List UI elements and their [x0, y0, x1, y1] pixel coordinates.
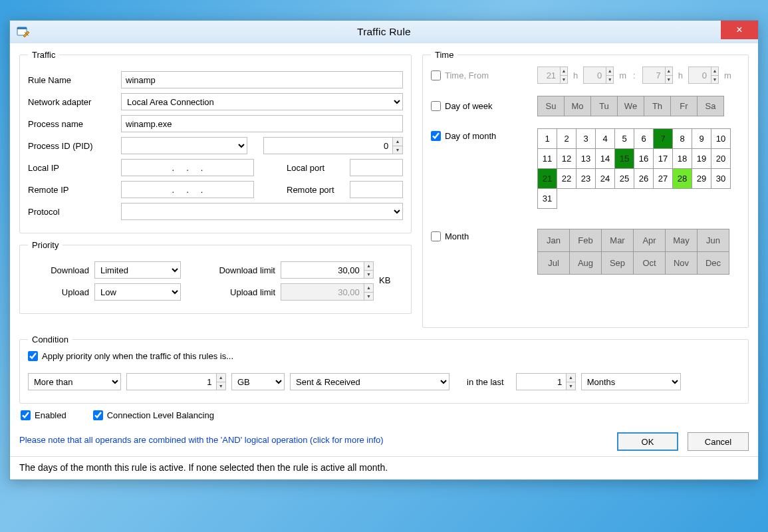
month-cell[interactable]: Feb	[570, 229, 602, 252]
dom-cell[interactable]: 7	[654, 129, 673, 149]
download-select[interactable]: Limited	[94, 261, 181, 279]
month-cell[interactable]: Jul	[538, 252, 570, 275]
dom-cell[interactable]: 18	[673, 149, 692, 169]
pid-value-input[interactable]	[264, 138, 392, 154]
spin-down-icon[interactable]: ▼	[364, 271, 373, 279]
process-name-input[interactable]	[121, 115, 403, 132]
dom-cell[interactable]: 27	[654, 169, 673, 189]
dom-cell[interactable]: 3	[576, 129, 596, 149]
period-amount-input[interactable]	[517, 374, 567, 390]
dom-cell[interactable]: 12	[557, 149, 576, 169]
dom-cell[interactable]: 25	[615, 169, 634, 189]
titlebar[interactable]: Traffic Rule ×	[10, 21, 758, 43]
local-ip-input[interactable]	[121, 159, 254, 176]
dom-cell[interactable]: 14	[596, 149, 615, 169]
dom-cell[interactable]: 17	[654, 149, 673, 169]
dom-cell[interactable]: 31	[538, 189, 557, 209]
network-adapter-select[interactable]: Local Area Connection	[121, 93, 403, 110]
month-cell[interactable]: Oct	[634, 252, 666, 275]
dom-cell[interactable]: 1	[538, 129, 557, 149]
dom-cell[interactable]: 15	[615, 149, 634, 169]
enabled-check-input[interactable]	[21, 410, 31, 420]
upload-limit-input[interactable]	[281, 284, 364, 300]
dom-cell[interactable]: 6	[634, 129, 654, 149]
dow-cell[interactable]: Fr	[671, 96, 698, 116]
dow-cell[interactable]: Tu	[591, 96, 618, 116]
dow-cell[interactable]: Mo	[565, 96, 591, 116]
month-check-input[interactable]	[431, 231, 441, 241]
spin-down-icon[interactable]: ▼	[364, 293, 373, 301]
local-port-input[interactable]	[350, 159, 403, 176]
month-cell[interactable]: May	[666, 229, 698, 252]
dom-cell[interactable]: 24	[596, 169, 615, 189]
dom-cell[interactable]: 16	[634, 149, 654, 169]
dom-cell[interactable]: 8	[673, 129, 692, 149]
download-limit-spinner[interactable]: ▲▼	[281, 261, 374, 279]
dow-check-input[interactable]	[431, 101, 441, 111]
clb-checkbox[interactable]: Connection Level Balancing	[93, 410, 214, 420]
upload-select[interactable]: Low	[94, 283, 181, 301]
dom-cell[interactable]: 20	[711, 149, 731, 169]
dom-cell[interactable]: 30	[711, 169, 731, 189]
condition-amount-spinner[interactable]: ▲▼	[126, 373, 226, 390]
upload-limit-spinner[interactable]: ▲▼	[281, 283, 374, 301]
dom-cell[interactable]: 29	[692, 169, 711, 189]
month-cell[interactable]: Sep	[602, 252, 634, 275]
month-checkbox[interactable]: Month	[431, 231, 469, 241]
spin-up-icon[interactable]: ▲	[364, 284, 373, 293]
from-min-spinner[interactable]: ▲▼	[583, 66, 614, 84]
condition-amount-input[interactable]	[127, 374, 216, 390]
to-min-spinner[interactable]: ▲▼	[688, 66, 719, 84]
dom-cell[interactable]: 22	[557, 169, 576, 189]
dow-cell[interactable]: Th	[644, 96, 671, 116]
dom-check-input[interactable]	[431, 131, 441, 141]
dom-cell[interactable]: 4	[596, 129, 615, 149]
and-note-link[interactable]: Please note that all operands are combin…	[19, 435, 384, 445]
to-hour-spinner[interactable]: ▲▼	[642, 66, 673, 84]
rule-name-input[interactable]	[121, 71, 403, 88]
month-cell[interactable]: Dec	[698, 252, 729, 275]
enabled-checkbox[interactable]: Enabled	[21, 410, 66, 420]
comparator-select[interactable]: More than	[28, 373, 121, 390]
pid-spinner[interactable]: ▲▼	[263, 137, 403, 154]
dom-cell[interactable]: 10	[711, 129, 731, 149]
spin-up-icon[interactable]: ▲	[393, 138, 402, 146]
dom-cell[interactable]: 23	[576, 169, 596, 189]
from-hour-spinner[interactable]: ▲▼	[537, 66, 568, 84]
protocol-select[interactable]	[121, 203, 403, 220]
remote-ip-input[interactable]	[121, 181, 254, 198]
condition-unit-select[interactable]: GB	[231, 373, 285, 390]
dom-cell[interactable]: 2	[557, 129, 576, 149]
dom-cell[interactable]: 11	[538, 149, 557, 169]
spin-down-icon[interactable]: ▼	[393, 146, 402, 154]
ok-button[interactable]: OK	[617, 432, 678, 451]
direction-select[interactable]: Sent & Received	[290, 373, 449, 390]
dow-cell[interactable]: Sa	[698, 96, 724, 116]
dow-cell[interactable]: We	[618, 96, 644, 116]
dom-cell[interactable]: 21	[538, 169, 557, 189]
cancel-button[interactable]: Cancel	[688, 432, 749, 451]
day-of-month-checkbox[interactable]: Day of month	[431, 131, 496, 141]
close-button[interactable]: ×	[721, 21, 758, 39]
month-cell[interactable]: Apr	[634, 229, 666, 252]
time-from-check-input[interactable]	[431, 70, 441, 80]
download-limit-input[interactable]	[281, 262, 364, 278]
month-cell[interactable]: Jun	[698, 229, 729, 252]
remote-port-input[interactable]	[350, 181, 403, 198]
dom-cell[interactable]: 19	[692, 149, 711, 169]
dom-cell[interactable]: 5	[615, 129, 634, 149]
dom-cell[interactable]: 26	[634, 169, 654, 189]
dow-cell[interactable]: Su	[538, 96, 565, 116]
month-cell[interactable]: Jan	[538, 229, 570, 252]
apply-condition-check-input[interactable]	[28, 351, 38, 361]
apply-condition-checkbox[interactable]: Apply priority only when the traffic of …	[28, 351, 233, 361]
dom-cell[interactable]: 28	[673, 169, 692, 189]
pid-select[interactable]	[121, 137, 247, 154]
dom-cell[interactable]: 9	[692, 129, 711, 149]
dom-cell[interactable]: 13	[576, 149, 596, 169]
month-cell[interactable]: Mar	[602, 229, 634, 252]
period-amount-spinner[interactable]: ▲▼	[516, 373, 576, 390]
month-cell[interactable]: Nov	[666, 252, 698, 275]
clb-check-input[interactable]	[93, 410, 103, 420]
period-unit-select[interactable]: Months	[581, 373, 681, 390]
